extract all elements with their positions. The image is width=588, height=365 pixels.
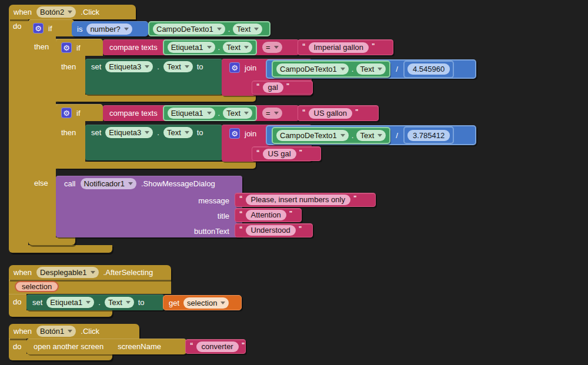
component-dropdown[interactable]: Etiqueta3 bbox=[105, 61, 153, 72]
etiqueta1-text-getter[interactable]: Etiqueta1 . Text bbox=[163, 39, 257, 55]
text-value[interactable]: Attention bbox=[246, 210, 286, 220]
number-value[interactable]: 3.785412 bbox=[407, 130, 450, 141]
campodetexto1-text-getter[interactable]: CampoDeTexto1 . Text bbox=[148, 21, 270, 36]
nested-if2-foot[interactable] bbox=[56, 162, 256, 169]
dot-separator: . bbox=[352, 65, 354, 73]
blocks-workspace[interactable]: when Botón2 .Click do ⚙ if then else is … bbox=[0, 0, 588, 365]
when-desplegable1-foot[interactable] bbox=[9, 310, 112, 317]
component-dropdown[interactable]: CampoDeTexto1 bbox=[276, 130, 349, 141]
dropdown-arrow-icon bbox=[207, 112, 212, 115]
mutator-gear-icon[interactable]: ⚙ bbox=[61, 42, 72, 53]
property-dropdown[interactable]: Text bbox=[356, 63, 386, 75]
component-dropdown-boton1[interactable]: Botón1 bbox=[36, 326, 76, 337]
gear-glyph: ⚙ bbox=[231, 129, 238, 138]
component-name: Etiqueta3 bbox=[109, 61, 141, 72]
mutator-gear-icon[interactable]: ⚙ bbox=[229, 62, 240, 73]
when-boton1-click-block[interactable]: when Botón1 .Click bbox=[9, 324, 139, 339]
text-literal-us-gallon[interactable]: “ US gallon ” bbox=[298, 105, 379, 121]
open-quote: “ bbox=[190, 341, 193, 349]
get-selection-block[interactable]: get selection bbox=[163, 295, 242, 310]
mutator-gear-icon[interactable]: ⚙ bbox=[61, 108, 72, 118]
property-dropdown[interactable]: Text bbox=[163, 127, 193, 138]
property-dropdown[interactable]: Text bbox=[356, 130, 386, 141]
dropdown-arrow-icon bbox=[274, 112, 279, 115]
division-block[interactable]: CampoDeTexto1 . Text / 4.545960 bbox=[266, 59, 476, 79]
compare-texts-block[interactable]: compare texts Etiqueta1 . Text = bbox=[103, 39, 299, 55]
when-boton2-click-block[interactable]: when Botón2 .Click bbox=[9, 5, 136, 19]
set-etiqueta1-text-block[interactable]: set Etiqueta1 . Text to bbox=[26, 294, 164, 310]
text-literal-us-gal[interactable]: “ US gal ” bbox=[252, 146, 321, 161]
text-value[interactable]: Imperial gallon bbox=[309, 42, 369, 53]
close-quote: ” bbox=[299, 149, 303, 156]
if-label: if bbox=[76, 43, 81, 52]
set-etiqueta3-text-block[interactable]: set Etiqueta3 . Text to bbox=[85, 59, 222, 95]
then-label: then bbox=[61, 128, 76, 137]
campodetexto1-text-getter[interactable]: CampoDeTexto1 . Text bbox=[272, 127, 390, 144]
text-value[interactable]: US gallon bbox=[309, 108, 352, 119]
component-dropdown[interactable]: Etiqueta3 bbox=[105, 127, 153, 138]
property-dropdown[interactable]: Text bbox=[105, 297, 134, 308]
property-name: Text bbox=[236, 24, 250, 35]
component-dropdown[interactable]: Etiqueta1 bbox=[168, 42, 215, 53]
when-boton1-foot[interactable] bbox=[9, 354, 112, 360]
component-dropdown[interactable]: Notificador1 bbox=[81, 178, 136, 189]
text-value[interactable]: converter bbox=[196, 341, 239, 352]
component-dropdown-desplegable1[interactable]: Desplegable1 bbox=[36, 267, 99, 278]
when-label: when bbox=[14, 8, 32, 16]
text-value[interactable]: Understood bbox=[246, 225, 296, 236]
set-etiqueta3-text-block[interactable]: set Etiqueta3 . Text to bbox=[85, 125, 222, 160]
text-literal-message[interactable]: “ Please, insert numbers only ” bbox=[235, 193, 376, 207]
set-label: set bbox=[91, 62, 101, 71]
component-dropdown-boton2[interactable]: Botón2 bbox=[36, 6, 76, 18]
is-label: is bbox=[77, 25, 82, 34]
text-literal-converter[interactable]: “ converter ” bbox=[185, 339, 246, 354]
property-name: Text bbox=[167, 127, 181, 138]
event-label: .AfterSelecting bbox=[103, 268, 153, 277]
component-dropdown[interactable]: Etiqueta1 bbox=[168, 108, 215, 119]
etiqueta1-text-getter[interactable]: Etiqueta1 . Text bbox=[163, 105, 257, 121]
open-another-screen-block[interactable]: open another screen screenName bbox=[26, 339, 186, 354]
if-block-spine[interactable] bbox=[28, 19, 56, 237]
property-dropdown[interactable]: Text bbox=[233, 24, 262, 35]
compare-op-dropdown[interactable]: = bbox=[262, 42, 282, 53]
variable-dropdown[interactable]: selection bbox=[183, 297, 229, 309]
mutator-gear-icon[interactable]: ⚙ bbox=[229, 128, 240, 139]
component-name: CampoDeTexto1 bbox=[280, 130, 337, 141]
when-boton2-spine[interactable] bbox=[9, 18, 28, 245]
property-dropdown[interactable]: Text bbox=[223, 108, 252, 119]
component-dropdown[interactable]: CampoDeTexto1 bbox=[153, 24, 225, 35]
component-dropdown[interactable]: Etiqueta1 bbox=[46, 297, 94, 308]
call-showmessagedialog-block[interactable]: call Notificador1 .ShowMessageDialog mes… bbox=[56, 176, 242, 237]
campodetexto1-text-getter[interactable]: CampoDeTexto1 . Text bbox=[272, 61, 390, 78]
text-value[interactable]: gal bbox=[263, 82, 283, 93]
text-literal-imperial-gallon[interactable]: “ Imperial gallon ” bbox=[298, 39, 393, 55]
number-op-dropdown[interactable]: number? bbox=[86, 24, 132, 35]
dropdown-arrow-icon bbox=[217, 28, 222, 31]
property-dropdown[interactable]: Text bbox=[223, 42, 252, 53]
number-value[interactable]: 4.545960 bbox=[407, 63, 450, 75]
when-desplegable1-afterselecting-block[interactable]: when Desplegable1 .AfterSelecting bbox=[9, 265, 171, 280]
division-block[interactable]: CampoDeTexto1 . Text / 3.785412 bbox=[266, 125, 476, 145]
close-quote: ” bbox=[286, 82, 290, 89]
when-boton2-foot[interactable] bbox=[9, 245, 112, 253]
component-dropdown[interactable]: CampoDeTexto1 bbox=[276, 63, 349, 75]
text-literal-gal[interactable]: “ gal ” bbox=[252, 81, 313, 95]
dropdown-arrow-icon bbox=[377, 68, 382, 71]
set-label: set bbox=[32, 298, 42, 307]
gear-glyph: ⚙ bbox=[63, 109, 70, 118]
text-literal-title[interactable]: “ Attention ” bbox=[235, 208, 302, 222]
op-name: = bbox=[266, 42, 270, 53]
mutator-gear-icon[interactable]: ⚙ bbox=[33, 23, 44, 34]
number-literal-block[interactable]: 3.785412 bbox=[403, 126, 454, 144]
text-literal-buttontext[interactable]: “ Understood ” bbox=[235, 223, 313, 237]
text-value[interactable]: Please, insert numbers only bbox=[246, 195, 350, 205]
property-dropdown[interactable]: Text bbox=[163, 61, 193, 72]
number-literal-block[interactable]: 4.545960 bbox=[403, 61, 454, 78]
event-param-selection[interactable]: selection bbox=[15, 281, 59, 292]
compare-texts-block[interactable]: compare texts Etiqueta1 . Text = bbox=[103, 105, 299, 121]
is-number-block[interactable]: is number? bbox=[72, 21, 148, 36]
event-label: .Click bbox=[81, 327, 99, 336]
if-block-foot[interactable] bbox=[28, 237, 75, 245]
text-value[interactable]: US gal bbox=[263, 149, 296, 159]
compare-op-dropdown[interactable]: = bbox=[262, 108, 282, 119]
